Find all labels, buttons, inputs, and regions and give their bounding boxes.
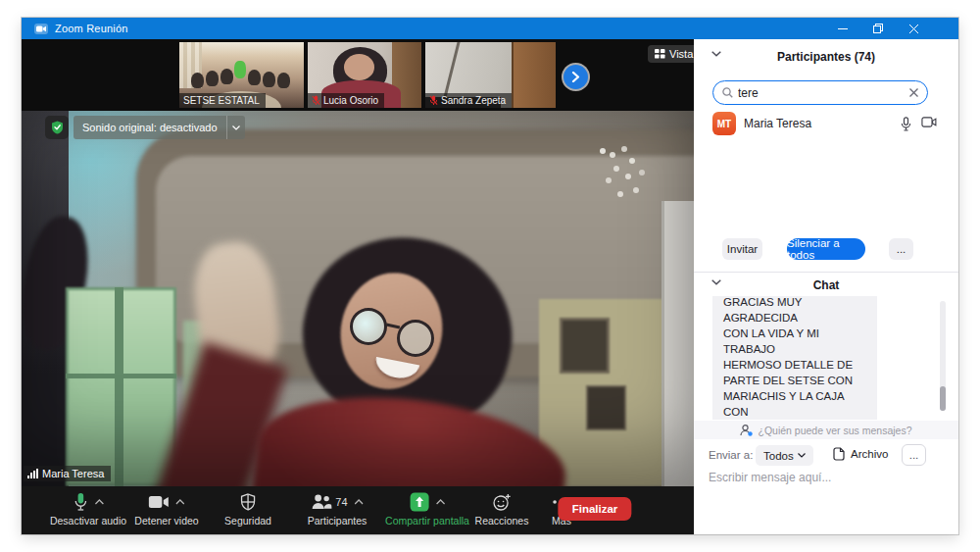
audio-options-caret[interactable] [95,499,104,505]
invite-button[interactable]: Invitar [722,238,762,260]
video-options-caret[interactable] [176,499,185,505]
stop-video-button[interactable]: Detener video [134,490,198,527]
reactions-smiley-icon [493,493,512,512]
participants-icon [311,494,331,510]
send-to-value: Todos [763,450,794,462]
message-privacy-button[interactable]: ¿Quién puede ver sus mensajes? [694,421,958,439]
participant-search-box[interactable] [712,80,928,105]
thumb2-name: Lucia Osorio [323,95,378,106]
participants-label: Participantes [308,515,368,527]
search-icon [722,87,733,98]
panel-divider [694,272,958,273]
original-sound-label: Sonido original: desactivado [82,122,218,133]
participants-actions: Invitar Silenciar a todos ... [694,238,958,261]
participant-name: Maria Teresa [744,117,901,130]
title-bar: Zoom Reunión [22,18,958,39]
meeting-area: SETSE ESTATAL Lucia Osorio [22,39,694,534]
share-screen-button[interactable]: Compartir pantalla [385,490,469,527]
participant-avatar: MT [712,112,736,135]
video-scene [22,111,694,486]
file-share-button[interactable]: Archivo [833,447,888,461]
chat-more-button[interactable]: ... [902,444,926,466]
thumbnail-setse-estatal[interactable]: SETSE ESTATAL [179,42,304,108]
main-video: Sonido original: desactivado Maria Teres… [22,111,694,486]
side-panel: Participantes (74) MT Maria Teresa Invit… [694,39,958,534]
participant-camera-icon [921,117,937,127]
audio-level-icon [27,469,38,478]
reactions-label: Reacciones [475,515,529,527]
send-to-dropdown[interactable]: Todos [756,445,813,466]
view-button[interactable]: Vista [648,45,700,63]
stop-video-label: Detener video [134,515,198,527]
view-label: Vista [669,48,693,60]
person-privacy-icon [740,425,753,436]
thumbnail-lucia-osorio[interactable]: Lucia Osorio [308,42,421,108]
shield-check-icon [51,121,64,134]
participants-options-caret[interactable] [355,499,364,505]
microphone-icon [74,492,88,512]
security-shield-badge[interactable] [45,116,69,139]
thumbnail-sandra-zepeta[interactable]: Sandra Zepeta [425,42,556,108]
security-label: Seguridad [224,515,271,527]
video-camera-icon [149,495,170,509]
minimize-button[interactable] [825,18,860,39]
chat-message-input[interactable] [709,471,934,484]
security-shield-icon [240,493,256,511]
close-button[interactable] [896,18,931,39]
chat-panel-title: Chat [694,278,958,292]
zoom-app-icon [34,24,48,34]
chat-message-bubble: GRACIAS MUY AGRADECIDA CON LA VIDA Y MI … [712,296,877,420]
window-title: Zoom Reunión [55,23,128,34]
participants-more-button[interactable]: ... [889,238,913,260]
zoom-window: Zoom Reunión [22,18,958,534]
participant-mic-icon [901,117,911,131]
clear-search-icon[interactable] [909,88,918,97]
mute-audio-label: Desactivar audio [50,515,126,527]
chat-message-list: GRACIAS MUY AGRADECIDA CON LA VIDA Y MI … [694,296,958,420]
participants-panel-title: Participantes (74) [694,50,958,64]
thumb1-name-tag: SETSE ESTATAL [179,93,266,108]
search-input[interactable] [738,86,905,100]
video-filmstrip: SETSE ESTATAL Lucia Osorio [22,39,694,111]
restore-button[interactable] [860,18,896,39]
send-to-label: Enviar a: [709,449,753,461]
share-screen-icon [410,492,429,512]
meeting-toolbar: Desactivar audio Detener video Seguridad [22,486,694,534]
mute-all-button[interactable]: Silenciar a todos [787,238,865,260]
original-sound-dropdown[interactable] [226,116,245,139]
thumb1-name: SETSE ESTATAL [183,95,260,106]
grid-view-icon [655,49,665,59]
end-meeting-button[interactable]: Finalizar [559,497,632,521]
chat-send-row: Enviar a: Todos Archivo ... [694,444,958,467]
participants-button[interactable]: 74 Participantes [308,490,368,527]
thumb3-name: Sandra Zepeta [441,95,506,106]
chat-header: Chat [694,277,958,295]
chevron-down-icon [798,453,806,458]
next-page-button[interactable] [564,65,588,89]
file-icon [833,447,845,461]
privacy-note-text: ¿Quién puede ver sus mensajes? [758,425,911,436]
mic-muted-icon [429,95,438,106]
participants-header: Participantes (74) [694,39,958,75]
chevron-down-icon [232,125,240,130]
participant-row[interactable]: MT Maria Teresa [702,109,951,138]
chevron-right-icon [571,72,580,82]
original-sound-button[interactable]: Sonido original: desactivado [74,116,226,139]
reactions-button[interactable]: Reacciones [475,490,529,527]
participants-count-badge: 74 [335,496,347,508]
share-options-caret[interactable] [436,499,445,505]
thumb3-name-tag: Sandra Zepeta [425,93,512,108]
security-button[interactable]: Seguridad [224,490,271,527]
share-screen-label: Compartir pantalla [385,515,469,527]
speaker-name: Maria Teresa [42,468,104,479]
speaker-name-tag: Maria Teresa [24,466,111,481]
mic-muted-icon [312,95,320,106]
mute-audio-button[interactable]: Desactivar audio [50,490,126,527]
thumb2-name-tag: Lucia Osorio [308,93,384,108]
chat-scrollbar-thumb[interactable] [940,386,946,411]
file-share-label: Archivo [851,448,888,460]
